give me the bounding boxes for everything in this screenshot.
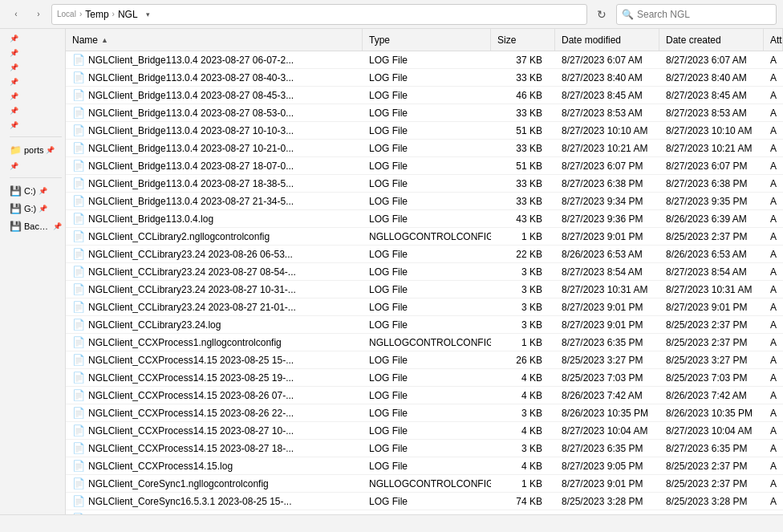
file-cell-name: 📄 NGLClient_Bridge113.0.4.log <box>66 210 363 227</box>
sidebar-item-c[interactable]: 💾 C:) 📌 <box>6 183 65 199</box>
table-row[interactable]: 📄 NGLClient_Bridge113.0.4 2023-08-27 18-… <box>66 157 783 175</box>
sidebar-item-pin4[interactable]: 📌 <box>6 75 65 88</box>
table-row[interactable]: 📄 NGLClient_CCLibrary23.24 2023-08-27 10… <box>66 281 783 298</box>
table-row[interactable]: 📄 NGLClient_CoreSync1.ngllogcontrolconfi… <box>66 475 783 493</box>
table-row[interactable]: 📄 NGLClient_Bridge113.0.4 2023-08-27 06-… <box>66 51 783 69</box>
file-cell-attr: A <box>764 316 783 333</box>
col-name-label: Name <box>72 35 98 46</box>
file-name: NGLClient_Bridge113.0.4 2023-08-27 08-45… <box>88 90 294 101</box>
file-name: NGLClient_CCLibrary23.24 2023-08-26 06-5… <box>88 249 293 260</box>
file-cell-type: LOG File <box>363 457 491 474</box>
table-row[interactable]: 📄 NGLClient_CCLibrary2.ngllogcontrolconf… <box>66 228 783 246</box>
col-header-name[interactable]: Name ▲ <box>66 29 363 51</box>
file-type-icon: 📄 <box>72 407 85 419</box>
file-cell-type: LOG File <box>363 157 491 174</box>
file-type-icon: 📄 <box>72 89 85 101</box>
file-type-icon: 📄 <box>72 266 85 278</box>
sidebar-item-pin6[interactable]: 📌 <box>6 104 65 117</box>
table-row[interactable]: 📄 NGLClient_CCLibrary23.24 2023-08-27 08… <box>66 263 783 281</box>
table-row[interactable]: 📄 NGLClient_Bridge113.0.4 2023-08-27 10-… <box>66 122 783 140</box>
col-header-modified[interactable]: Date modified <box>555 29 659 51</box>
file-cell-modified: 8/26/2023 10:35 PM <box>555 404 659 421</box>
file-cell-size: 33 KB <box>491 140 555 156</box>
sidebar-divider2 <box>10 177 62 178</box>
col-header-attr[interactable]: Attribu... <box>764 29 783 51</box>
table-row[interactable]: 📄 NGLClient_CoreSync16.5.3.1 2023-08-25 … <box>66 493 783 510</box>
table-row[interactable]: 📄 NGLClient_Bridge113.0.4 2023-08-27 18-… <box>66 175 783 193</box>
file-cell-modified: 8/27/2023 6:35 PM <box>555 334 659 351</box>
file-cell-modified: 8/27/2023 9:01 PM <box>555 475 659 492</box>
file-cell-attr: A <box>764 87 783 104</box>
file-cell-created: 8/25/2023 2:37 PM <box>659 316 764 333</box>
file-type-icon: 📄 <box>72 283 85 295</box>
search-bar: 🔍 <box>616 4 777 25</box>
col-header-size[interactable]: Size <box>491 29 555 51</box>
drive-icon-c: 💾 <box>10 185 22 197</box>
table-row[interactable]: 📄 NGLClient_CCXProcess14.15.log LOG File… <box>66 457 783 475</box>
table-row[interactable]: 📄 NGLClient_Bridge113.0.4.log LOG File 4… <box>66 210 783 228</box>
sidebar-item-pin3[interactable]: 📌 <box>6 61 65 74</box>
refresh-button[interactable]: ↻ <box>590 3 613 26</box>
sidebar-item-pin5[interactable]: 📌 <box>6 90 65 103</box>
table-row[interactable]: 📄 NGLClient_CCXProcess14.15 2023-08-26 0… <box>66 387 783 404</box>
ngl-label[interactable]: NGL <box>118 9 138 20</box>
table-row[interactable]: 📄 NGLClient_CCXProcess14.15 2023-08-27 1… <box>66 422 783 440</box>
table-row[interactable]: 📄 NGLClient_CCXProcess14.15 2023-08-25 1… <box>66 369 783 387</box>
table-row[interactable]: 📄 NGLClient_CCXProcess1.ngllogcontrolcon… <box>66 334 783 351</box>
file-cell-created: 8/26/2023 6:39 AM <box>659 210 764 227</box>
local-label[interactable]: Local <box>57 10 76 18</box>
temp-label[interactable]: Temp <box>85 9 108 20</box>
table-row[interactable]: 📄 NGLClient_Bridge113.0.4 2023-08-27 10-… <box>66 140 783 157</box>
file-name: NGLClient_CCXProcess14.15.log <box>88 461 233 472</box>
file-cell-attr: A <box>764 104 783 121</box>
table-row[interactable]: 📄 NGLClient_CCXProcess14.15 2023-08-26 2… <box>66 404 783 422</box>
file-cell-attr: A <box>764 228 783 245</box>
file-cell-attr: A <box>764 457 783 474</box>
file-cell-name: 📄 NGLClient_CoreSync16.5.3.1 2023-08-25 … <box>66 493 363 510</box>
file-cell-size: 33 KB <box>491 104 555 121</box>
file-area: Name ▲ Type Size Date modified Date crea… <box>66 29 783 514</box>
file-cell-created: 8/27/2023 8:40 AM <box>659 69 764 86</box>
file-cell-size: 3 KB <box>491 404 555 421</box>
search-input[interactable] <box>637 9 771 20</box>
forward-button[interactable]: › <box>29 5 48 24</box>
file-cell-created: 8/26/2023 7:42 AM <box>659 387 764 404</box>
table-row[interactable]: 📄 NGLClient_CCLibrary23.24.log LOG File … <box>66 316 783 334</box>
sidebar-items: 📌 📌 📌 📌 📌 📌 📌 📁 ports <box>6 29 65 238</box>
table-row[interactable]: 📄 NGLClient_CCLibrary23.24 2023-08-26 06… <box>66 246 783 263</box>
file-cell-type: LOG File <box>363 246 491 262</box>
file-type-icon: 📄 <box>72 248 85 260</box>
table-row[interactable]: 📄 NGLClient_CCXProcess14.15 2023-08-27 1… <box>66 440 783 457</box>
file-type-icon: 📄 <box>72 336 85 348</box>
sidebar-item-empty[interactable]: 📌 <box>6 160 65 173</box>
table-row[interactable]: 📄 NGLClient_Bridge113.0.4 2023-08-27 21-… <box>66 193 783 210</box>
sidebar-item-pin1[interactable]: 📌 <box>6 32 65 45</box>
file-cell-created: 8/27/2023 10:21 AM <box>659 140 764 156</box>
file-cell-name: 📄 NGLClient_Bridge113.0.4 2023-08-27 08-… <box>66 104 363 121</box>
file-cell-modified: 8/25/2023 3:27 PM <box>555 351 659 368</box>
file-cell-size: 1 KB <box>491 228 555 245</box>
back-button[interactable]: ‹ <box>6 5 26 24</box>
table-row[interactable]: 📄 NGLClient_Bridge113.0.4 2023-08-27 08-… <box>66 104 783 122</box>
file-cell-created: 8/25/2023 2:37 PM <box>659 475 764 492</box>
file-cell-attr: A <box>764 140 783 156</box>
sidebar-item-backup[interactable]: 💾 Backup (H:) 📌 <box>6 218 65 234</box>
breadcrumb-dropdown-button[interactable]: ▾ <box>141 7 156 22</box>
table-row[interactable]: 📄 NGLClient_CCLibrary23.24 2023-08-27 21… <box>66 298 783 316</box>
sidebar-item-pin7[interactable]: 📌 <box>6 119 65 132</box>
table-row[interactable]: 📄 NGLClient_CCXProcess14.15 2023-08-25 1… <box>66 351 783 369</box>
file-cell-created: 8/25/2023 7:03 PM <box>659 369 764 386</box>
table-row[interactable]: 📄 NGLClient_Bridge113.0.4 2023-08-27 08-… <box>66 87 783 104</box>
sidebar-item-ports[interactable]: 📁 ports 📌 <box>6 142 65 158</box>
file-cell-type: LOG File <box>363 369 491 386</box>
pin-icon-c: 📌 <box>39 187 47 195</box>
file-cell-name: 📄 NGLClient_CCXProcess1.ngllogcontrolcon… <box>66 334 363 351</box>
sidebar-item-g[interactable]: 💾 G:) 📌 <box>6 201 65 217</box>
pin-icon-7: 📌 <box>10 121 18 129</box>
pin-icon-3: 📌 <box>10 63 18 71</box>
sidebar-item-pin2[interactable]: 📌 <box>6 47 65 59</box>
col-header-type[interactable]: Type <box>363 29 491 51</box>
col-header-created[interactable]: Date created <box>659 29 764 51</box>
table-row[interactable]: 📄 NGLClient_Bridge113.0.4 2023-08-27 08-… <box>66 69 783 87</box>
pin-icon-ports: 📌 <box>46 146 55 154</box>
